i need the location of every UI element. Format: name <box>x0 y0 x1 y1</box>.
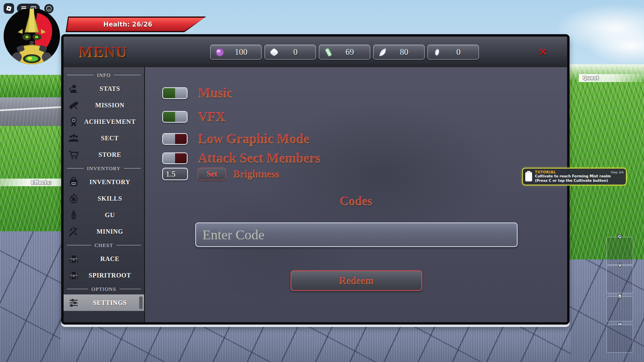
hotkey-label: G <box>607 234 633 239</box>
brightness-set-button[interactable]: Set <box>198 168 226 180</box>
game-screen: Effects: Quest GVBH <box>0 0 644 362</box>
chest-icon <box>68 270 79 281</box>
sidebar-item-achievement[interactable]: ACHIEVEMENT <box>64 113 144 130</box>
group-icon <box>68 133 79 144</box>
sidebar-scrollbar[interactable] <box>139 296 142 309</box>
low-graphic-mode-toggle[interactable] <box>162 133 188 145</box>
tutorial-body: Cultivate to reach Forming Mist realm (P… <box>535 174 623 183</box>
redeem-label: Redeem <box>339 275 374 286</box>
bug-icon <box>68 210 79 220</box>
currency-chip: 100 <box>210 45 262 60</box>
health-bar: Health: 26/26 <box>66 16 206 32</box>
menu-panel: MENU 100069800 ✕ INFOSTATSMISSIONACHIEVE… <box>61 34 570 325</box>
currency-value: 0 <box>279 47 312 57</box>
tutorial-step: Step 3/4 <box>611 171 623 174</box>
toggle-label: VFX <box>198 109 225 124</box>
codes-title: Codes <box>145 194 567 208</box>
toggle-row-music: Music <box>162 86 233 101</box>
toggle-right-half <box>175 88 187 98</box>
settings-content: MusicVFXLow Graphic ModeAttack Sect Memb… <box>145 67 567 322</box>
quest-label: Quest <box>583 75 599 81</box>
sidebar-item-store[interactable]: STORE <box>64 146 144 163</box>
backpack-icon <box>68 177 79 187</box>
toggle-left-half <box>163 112 175 122</box>
road <box>0 97 64 127</box>
code-input[interactable] <box>195 222 518 247</box>
toggle-left-half <box>163 153 175 163</box>
hotkey-slot-g[interactable]: G <box>607 237 633 265</box>
player-avatar[interactable] <box>2 9 62 64</box>
clipboard-icon <box>525 172 532 181</box>
sliders-icon <box>68 298 79 308</box>
sidebar-item-settings[interactable]: SETTINGS <box>64 294 144 311</box>
section-header-label: CHEST <box>95 242 113 249</box>
scroll-icon <box>68 100 79 111</box>
hotkey-slot-h[interactable]: H <box>607 325 633 353</box>
toggle-right-half <box>175 112 187 122</box>
sidebar-item-sect[interactable]: SECT <box>64 130 144 146</box>
toggle-left-half <box>163 134 175 144</box>
sidebar-item-skills[interactable]: SKILLS <box>64 190 144 207</box>
music-toggle[interactable] <box>162 87 188 99</box>
attack-sect-members-toggle[interactable] <box>162 152 188 164</box>
sidebar-item-race[interactable]: RACE <box>64 251 144 267</box>
toggle-right-half <box>175 134 187 144</box>
avatar-image <box>2 9 62 64</box>
toggle-label: Music <box>198 86 233 101</box>
sidebar-item-inventory[interactable]: INVENTORY <box>64 174 144 190</box>
currency-value: 100 <box>225 47 257 57</box>
tutorial-text: TUTORIAL Step 3/4 Cultivate to reach For… <box>535 170 623 183</box>
hotkey-label: H <box>607 322 633 327</box>
menu-header: MENU 100069800 ✕ <box>64 37 567 67</box>
sidebar-section-header-inventory: INVENTORY <box>64 163 144 174</box>
hotkey-label: V <box>607 263 633 268</box>
vfx-toggle[interactable] <box>162 111 188 123</box>
toggle-left-half <box>163 88 175 98</box>
effects-label: Effects: <box>31 180 52 185</box>
toggle-right-half <box>175 153 187 163</box>
toggle-row-attack-sect-members: Attack Sect Members <box>162 151 320 166</box>
chest-icon <box>68 254 79 264</box>
white-feather-icon <box>378 47 388 58</box>
toggle-label: Attack Sect Members <box>198 151 320 166</box>
grass-strip <box>570 64 644 261</box>
currency-row: 100069800 <box>210 45 479 60</box>
white-cotton-icon <box>269 47 279 58</box>
toggle-row-low-graphic-mode: Low Graphic Mode <box>162 132 310 146</box>
effects-banner: Effects: <box>0 179 63 186</box>
white-seed-icon <box>432 47 442 58</box>
sidebar-item-mission[interactable]: MISSION <box>64 97 144 113</box>
currency-chip: 0 <box>427 45 479 60</box>
sidebar-item-gu[interactable]: GU <box>64 207 144 223</box>
sidebar-item-spiritroot[interactable]: SPIRITROOT <box>64 267 144 284</box>
hotkey-slot-b[interactable]: B <box>607 296 633 321</box>
sidebar-item-mining[interactable]: MINING <box>64 223 144 240</box>
quest-banner: Quest <box>579 74 644 82</box>
currency-value: 0 <box>442 47 475 57</box>
hotkey-label: B <box>607 294 633 299</box>
pickaxe-icon <box>68 226 79 237</box>
toggle-label: Low Graphic Mode <box>198 132 310 146</box>
menu-title: MENU <box>79 43 128 61</box>
tutorial-title: TUTORIAL <box>535 170 556 174</box>
section-header-label: INVENTORY <box>87 165 121 172</box>
grass-strip <box>0 75 64 98</box>
toggle-row-vfx: VFX <box>162 109 225 124</box>
currency-chip: 80 <box>373 45 425 60</box>
currency-value: 69 <box>334 47 366 57</box>
purple-gem-icon <box>215 47 225 58</box>
redeem-button[interactable]: Redeem <box>291 270 422 291</box>
person-icon <box>68 84 79 94</box>
hotkey-slot-v[interactable]: V <box>607 265 633 293</box>
sidebar-item-stats[interactable]: STATS <box>64 80 144 97</box>
sidebar-section-header-options: OPTIONS <box>64 284 144 294</box>
section-header-label: OPTIONS <box>91 286 116 292</box>
section-header-label: INFO <box>97 72 111 78</box>
cart-icon <box>68 150 79 160</box>
brightness-input[interactable] <box>162 168 188 180</box>
close-button[interactable]: ✕ <box>537 45 549 58</box>
currency-value: 80 <box>388 47 420 57</box>
tutorial-toast[interactable]: TUTORIAL Step 3/4 Cultivate to reach For… <box>522 168 627 185</box>
medal-icon <box>68 117 79 127</box>
currency-chip: 69 <box>319 45 370 60</box>
